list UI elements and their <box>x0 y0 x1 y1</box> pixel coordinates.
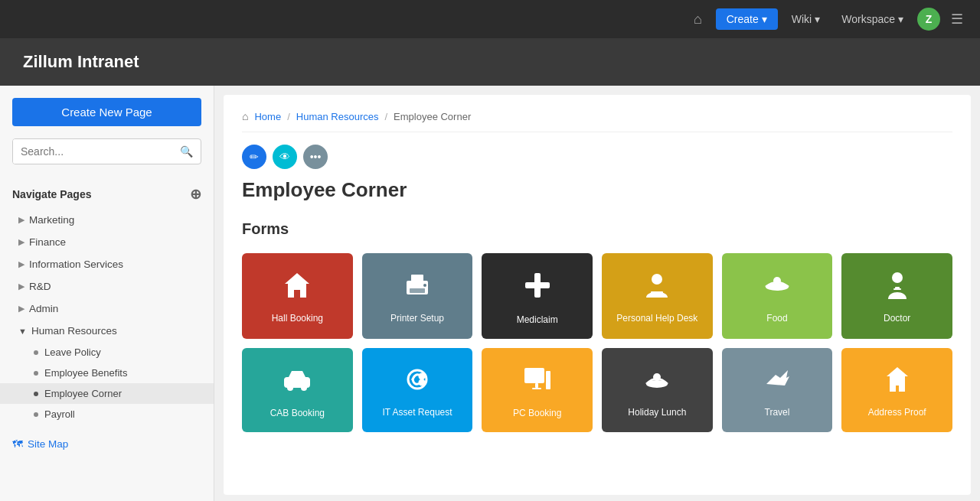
form-card-icon <box>762 270 792 305</box>
site-map-link[interactable]: 🗺 Site Map <box>0 431 214 457</box>
svg-rect-1 <box>411 275 423 282</box>
svg-rect-25 <box>532 388 541 389</box>
svg-rect-23 <box>546 371 550 389</box>
navigate-pages-label: Navigate Pages <box>12 188 92 200</box>
svg-rect-8 <box>651 291 663 294</box>
svg-point-19 <box>408 370 426 389</box>
form-card-icon <box>642 270 672 305</box>
sidebar-subitem-payroll[interactable]: Payroll <box>0 404 214 425</box>
search-button[interactable]: 🔍 <box>172 139 201 164</box>
svg-point-4 <box>423 284 426 287</box>
navigate-pages-header: Navigate Pages ⊕ <box>0 180 214 209</box>
form-card[interactable]: Mediclaim <box>482 253 593 339</box>
form-card-label: Personal Help Desk <box>616 313 697 325</box>
form-card[interactable]: Hall Booking <box>242 253 353 339</box>
create-new-page-button[interactable]: Create New Page <box>12 98 201 126</box>
svg-rect-24 <box>535 383 538 388</box>
wiki-button[interactable]: Wiki ▾ <box>784 8 828 30</box>
sidebar-subitem-employee-benefits[interactable]: Employee Benefits <box>0 363 214 383</box>
form-card[interactable]: Address Proof <box>841 348 952 432</box>
chevron-right-icon: ▶ <box>18 259 24 269</box>
svg-rect-18 <box>305 379 310 383</box>
form-card-label: PC Booking <box>513 408 561 420</box>
sidebar-subitem-label: Employee Benefits <box>44 367 127 379</box>
svg-rect-13 <box>893 288 901 290</box>
chevron-right-icon: ▶ <box>18 304 24 314</box>
sidebar-item-label: Admin <box>29 303 58 314</box>
edit-button[interactable]: ✏ <box>242 145 266 169</box>
svg-point-16 <box>301 385 307 391</box>
action-icons-group: ✏ 👁 ••• <box>242 145 952 169</box>
form-card-icon <box>521 268 554 307</box>
form-card-icon <box>642 364 672 399</box>
create-button[interactable]: Create ▾ <box>716 8 778 30</box>
breadcrumb-separator: / <box>287 111 290 122</box>
chevron-right-icon: ▶ <box>18 215 24 225</box>
create-label: Create <box>727 13 759 25</box>
sidebar-item-information-services[interactable]: ▶ Information Services <box>0 253 214 275</box>
form-card[interactable]: Travel <box>722 348 833 432</box>
form-card[interactable]: Holiday Lunch <box>602 348 713 432</box>
form-card-label: Doctor <box>884 313 910 325</box>
bullet-icon <box>34 412 38 417</box>
breadcrumb-current: Employee Corner <box>394 111 471 122</box>
svg-rect-3 <box>410 288 425 293</box>
form-card-label: CAB Booking <box>270 408 325 420</box>
sidebar-item-marketing[interactable]: ▶ Marketing <box>0 209 214 231</box>
bullet-icon <box>34 392 38 396</box>
sidebar-subitem-employee-corner[interactable]: Employee Corner <box>0 383 214 404</box>
home-button[interactable]: ⌂ <box>686 7 710 32</box>
search-input[interactable] <box>13 139 172 164</box>
chevron-right-icon: ▶ <box>18 237 24 247</box>
sidebar-item-label: Finance <box>29 236 66 248</box>
workspace-label: Workspace <box>841 13 895 25</box>
form-card-label: IT Asset Request <box>382 407 452 419</box>
app-title: Zillum Intranet <box>23 52 957 72</box>
site-map-label: Site Map <box>28 438 68 450</box>
form-card-icon <box>282 270 312 305</box>
sidebar-item-human-resources[interactable]: ▼ Human Resources <box>0 320 214 342</box>
form-card-label: Printer Setup <box>390 313 444 325</box>
form-card[interactable]: Printer Setup <box>362 253 473 339</box>
form-card[interactable]: Doctor <box>841 253 952 339</box>
svg-rect-6 <box>525 282 550 288</box>
app-header: Zillum Intranet <box>0 38 980 86</box>
sidebar-item-admin[interactable]: ▶ Admin <box>0 298 214 320</box>
forms-section-title: Forms <box>242 220 952 238</box>
svg-point-20 <box>420 374 424 379</box>
breadcrumb-parent[interactable]: Human Resources <box>296 111 379 122</box>
sidebar-subitem-label: Payroll <box>44 408 75 420</box>
workspace-dropdown-icon: ▾ <box>898 13 903 25</box>
form-card[interactable]: CAB Booking <box>242 348 353 432</box>
bullet-icon <box>34 350 38 355</box>
sidebar-item-finance[interactable]: ▶ Finance <box>0 231 214 253</box>
forms-grid: Hall BookingPrinter SetupMediclaimPerson… <box>242 253 952 432</box>
workspace-button[interactable]: Workspace ▾ <box>834 8 911 30</box>
form-card[interactable]: PC Booking <box>482 348 593 432</box>
create-dropdown-icon: ▾ <box>762 13 767 25</box>
sitemap-icon: 🗺 <box>12 438 23 450</box>
breadcrumb: ⌂ Home / Human Resources / Employee Corn… <box>242 110 952 132</box>
more-options-button[interactable]: ••• <box>303 145 328 169</box>
svg-point-11 <box>892 272 903 283</box>
sidebar-item-rd[interactable]: ▶ R&D <box>0 275 214 298</box>
top-nav: ⌂ Create ▾ Wiki ▾ Workspace ▾ Z ☰ <box>0 0 980 38</box>
view-button[interactable]: 👁 <box>273 145 297 169</box>
sidebar-subitem-leave-policy[interactable]: Leave Policy <box>0 342 214 363</box>
hamburger-icon[interactable]: ☰ <box>946 6 968 32</box>
form-card[interactable]: IT Asset Request <box>362 348 473 432</box>
bullet-icon <box>34 371 38 376</box>
form-card-label: Food <box>766 313 787 325</box>
form-card-icon <box>882 270 913 305</box>
chevron-down-icon: ▼ <box>18 327 27 336</box>
form-card[interactable]: Personal Help Desk <box>602 253 713 339</box>
svg-rect-17 <box>284 379 289 383</box>
form-card-label: Hall Booking <box>272 313 323 325</box>
svg-point-7 <box>652 274 662 285</box>
form-card[interactable]: Food <box>722 253 833 339</box>
chevron-right-icon: ▶ <box>18 281 24 291</box>
breadcrumb-home[interactable]: Home <box>254 111 281 122</box>
user-avatar[interactable]: Z <box>917 8 940 31</box>
navigate-pages-add-icon[interactable]: ⊕ <box>190 186 201 203</box>
form-card-icon <box>762 364 792 399</box>
